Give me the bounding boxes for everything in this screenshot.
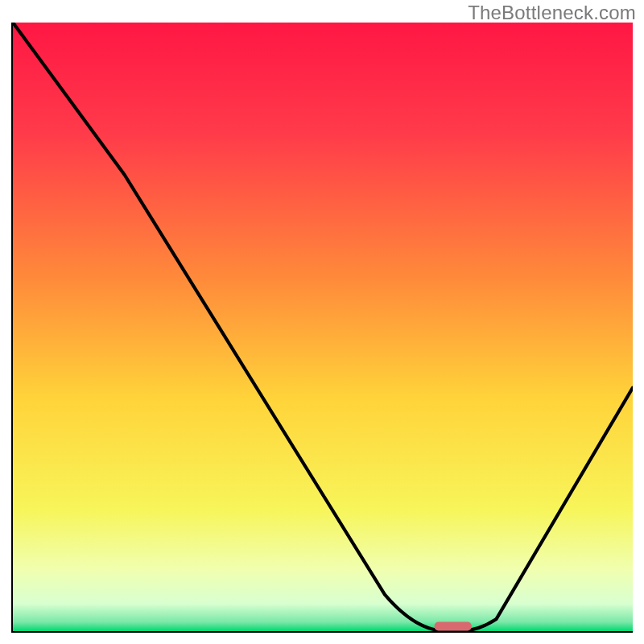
chart-svg [13, 23, 633, 631]
chart-container: TheBottleneck.com [0, 0, 644, 644]
optimal-marker [435, 621, 472, 630]
plot-area [11, 23, 633, 633]
watermark-text: TheBottleneck.com [468, 2, 636, 24]
gradient-background [13, 23, 633, 631]
